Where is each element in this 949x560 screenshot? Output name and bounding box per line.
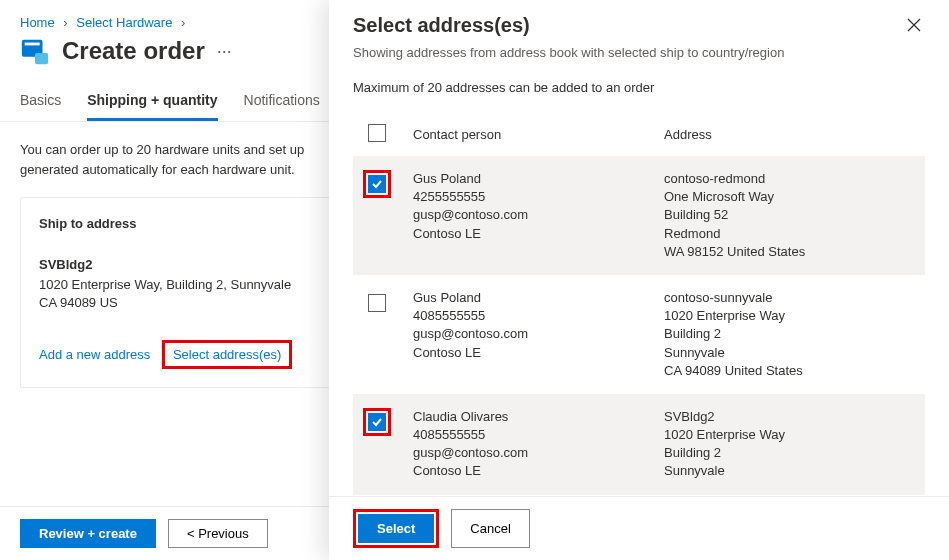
page-title: Create order	[62, 37, 205, 65]
contact-phone: 4085555555	[413, 426, 664, 444]
contact-cell: Claudia Olivares 4085555555 gusp@contoso…	[413, 408, 664, 481]
addr-l1: SVBldg2	[664, 408, 915, 426]
address-cell: SVBldg2 1020 Enterprise Way Building 2 S…	[664, 408, 915, 481]
more-icon[interactable]: ···	[217, 41, 232, 62]
row-checkbox[interactable]	[368, 175, 386, 193]
svg-rect-2	[35, 53, 48, 64]
contact-phone: 4085555555	[413, 307, 664, 325]
tab-shipping-quantity[interactable]: Shipping + quantity	[87, 84, 217, 121]
addr-l2: One Microsoft Way	[664, 188, 915, 206]
address-row[interactable]: Gus Poland 4255555555 gusp@contoso.com C…	[353, 156, 925, 275]
chevron-right-icon: ›	[63, 15, 67, 30]
address-row[interactable]: Gus Poland 4085555555 gusp@contoso.com C…	[353, 275, 925, 394]
col-contact-header: Contact person	[413, 127, 664, 142]
addr-l2: 1020 Enterprise Way	[664, 426, 915, 444]
contact-email: gusp@contoso.com	[413, 206, 664, 224]
contact-email: gusp@contoso.com	[413, 325, 664, 343]
svg-rect-1	[25, 43, 40, 46]
highlight-box	[363, 408, 391, 436]
row-checkbox[interactable]	[368, 294, 386, 312]
select-button[interactable]: Select	[358, 514, 434, 543]
contact-cell: Gus Poland 4255555555 gusp@contoso.com C…	[413, 170, 664, 243]
close-button[interactable]	[903, 14, 925, 39]
addr-l4: Sunnyvale	[664, 344, 915, 362]
row-checkbox[interactable]	[368, 413, 386, 431]
addr-l2: 1020 Enterprise Way	[664, 307, 915, 325]
address-table: Contact person Address Gus Poland 425555…	[329, 113, 949, 496]
panel-maxnote: Maximum of 20 addresses can be added to …	[329, 60, 949, 113]
order-icon	[20, 36, 50, 66]
previous-button[interactable]: < Previous	[168, 519, 268, 548]
address-row[interactable]: Claudia Olivares 4085555555 gusp@contoso…	[353, 394, 925, 495]
review-create-button[interactable]: Review + create	[20, 519, 156, 548]
breadcrumb-select-hardware[interactable]: Select Hardware	[76, 15, 172, 30]
contact-email: gusp@contoso.com	[413, 444, 664, 462]
addr-l1: contoso-sunnyvale	[664, 289, 915, 307]
highlight-box: Select	[353, 509, 439, 548]
addr-l3: Building 2	[664, 444, 915, 462]
panel-subtitle: Showing addresses from address book with…	[329, 45, 949, 60]
select-address-panel: Select address(es) Showing addresses fro…	[329, 0, 949, 560]
breadcrumb-home[interactable]: Home	[20, 15, 55, 30]
contact-company: Contoso LE	[413, 344, 664, 362]
contact-company: Contoso LE	[413, 462, 664, 480]
panel-title: Select address(es)	[353, 14, 530, 37]
highlight-box: Select address(es)	[162, 340, 292, 369]
tab-notifications[interactable]: Notifications	[244, 84, 320, 121]
addr-l1: contoso-redmond	[664, 170, 915, 188]
addr-l3: Building 2	[664, 325, 915, 343]
table-header: Contact person Address	[353, 113, 925, 156]
col-address-header: Address	[664, 127, 915, 142]
select-addresses-link[interactable]: Select address(es)	[173, 347, 281, 362]
addr-l3: Building 52	[664, 206, 915, 224]
cancel-button[interactable]: Cancel	[451, 509, 529, 548]
addr-l5: CA 94089 United States	[664, 362, 915, 380]
addr-l5: WA 98152 United States	[664, 243, 915, 261]
tab-basics[interactable]: Basics	[20, 84, 61, 121]
contact-name: Claudia Olivares	[413, 408, 664, 426]
contact-name: Gus Poland	[413, 289, 664, 307]
addr-l4: Sunnyvale	[664, 462, 915, 480]
contact-cell: Gus Poland 4085555555 gusp@contoso.com C…	[413, 289, 664, 362]
addr-l4: Redmond	[664, 225, 915, 243]
address-cell: contoso-redmond One Microsoft Way Buildi…	[664, 170, 915, 261]
select-all-checkbox[interactable]	[368, 124, 386, 142]
add-new-address-link[interactable]: Add a new address	[39, 347, 150, 362]
panel-footer: Select Cancel	[329, 496, 949, 560]
address-cell: contoso-sunnyvale 1020 Enterprise Way Bu…	[664, 289, 915, 380]
contact-name: Gus Poland	[413, 170, 664, 188]
contact-phone: 4255555555	[413, 188, 664, 206]
close-icon	[907, 18, 921, 32]
contact-company: Contoso LE	[413, 225, 664, 243]
highlight-box	[363, 170, 391, 198]
chevron-right-icon: ›	[181, 15, 185, 30]
